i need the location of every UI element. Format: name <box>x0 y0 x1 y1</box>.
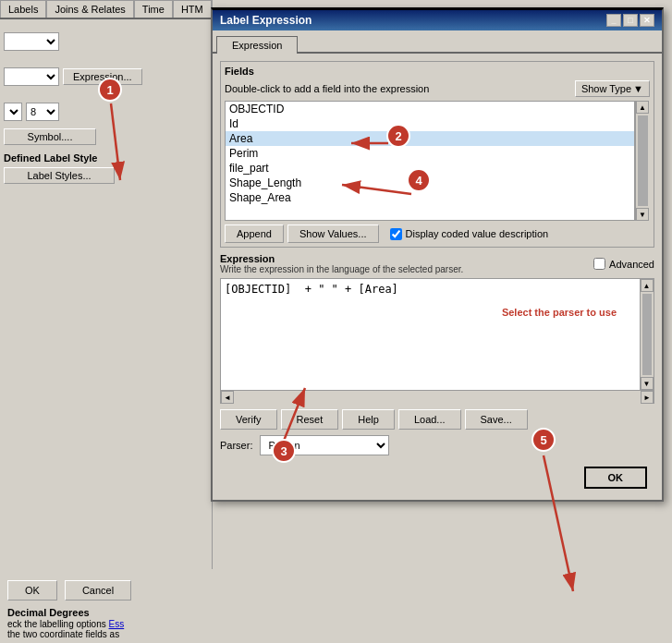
fields-list[interactable]: OBJECTID Id Area Perim file_part Shape_L… <box>225 101 635 221</box>
bg-select-2[interactable] <box>4 67 59 86</box>
expression-header: Expression Write the expression in the l… <box>220 253 654 274</box>
dialog-tabs: Expression <box>213 30 662 54</box>
field-area[interactable]: Area <box>226 131 634 146</box>
advanced-checkbox[interactable] <box>593 258 605 270</box>
titlebar-buttons: _ □ ✕ <box>606 14 654 27</box>
dialog-bottom: OK <box>220 463 654 492</box>
dialog-body: Fields Double-click to add a field into … <box>213 54 662 500</box>
annotation-badge-1: 1 <box>98 78 122 102</box>
advanced-label: Advanced <box>609 259 654 270</box>
maximize-button[interactable]: □ <box>623 14 638 27</box>
horiz-track <box>234 391 641 404</box>
annotation-badge-2: 2 <box>386 124 410 148</box>
annotation-badge-3: 3 <box>272 439 296 463</box>
bg-select-4[interactable]: 8 <box>26 103 59 121</box>
append-button[interactable]: Append <box>225 224 284 243</box>
expression-section: Expression Write the expression in the l… <box>220 253 654 404</box>
bg-section: Expression... 8 Symbol.... Defined Label… <box>0 19 212 188</box>
tab-labels[interactable]: Labels <box>0 0 46 18</box>
load-button[interactable]: Load... <box>398 409 461 430</box>
fields-scrollbar[interactable]: ▲ ▼ <box>635 101 650 221</box>
dialog-titlebar: Label Expression _ □ ✕ <box>213 10 662 30</box>
bg-select-1[interactable] <box>4 32 59 51</box>
tab-joins[interactable]: Joins & Relates <box>46 0 133 18</box>
display-coded-row: Display coded value description <box>390 228 549 240</box>
dialog-ok-button[interactable]: OK <box>584 467 648 489</box>
close-button[interactable]: ✕ <box>640 14 654 27</box>
expression-title-area: Expression Write the expression in the l… <box>220 253 593 274</box>
bg-tabs: Labels Joins & Relates Time HTM <box>0 0 212 19</box>
expression-textarea-container: [OBJECTID] + " " + [Area] ▲ ▼ ◄ ► Select… <box>220 278 654 404</box>
advanced-checkbox-row: Advanced <box>593 258 654 270</box>
dropdown-arrow-icon: ▼ <box>633 83 643 94</box>
annotation-badge-5: 5 <box>531 428 556 452</box>
fields-bottom-row: Append Show Values... Display coded valu… <box>225 224 650 243</box>
field-id[interactable]: Id <box>226 116 634 131</box>
field-shape-area[interactable]: Shape_Area <box>226 190 634 205</box>
defined-label: Defined Label Style <box>4 152 208 164</box>
show-type-button[interactable]: Show Type ▼ <box>575 80 650 97</box>
expr-scroll-up[interactable]: ▲ <box>641 279 654 292</box>
reset-button[interactable]: Reset <box>281 409 339 430</box>
annotation-badge-4: 4 <box>407 168 431 192</box>
bg-bottom: OK Cancel Decimal Degrees eck the labell… <box>0 569 213 643</box>
main-cancel-button[interactable]: Cancel <box>65 580 131 601</box>
status-text2: the two coordinate fields as <box>7 629 205 639</box>
expr-horiz-scrollbar: ◄ ► <box>221 390 654 403</box>
save-button[interactable]: Save... <box>465 409 528 430</box>
display-coded-label: Display coded value description <box>406 228 549 239</box>
bg-select-3[interactable] <box>4 103 22 121</box>
scroll-right-btn[interactable]: ► <box>641 391 654 404</box>
show-values-button[interactable]: Show Values... <box>287 224 379 243</box>
fields-header: Double-click to add a field into the exp… <box>225 80 650 97</box>
fields-list-container: OBJECTID Id Area Perim file_part Shape_L… <box>225 101 650 221</box>
tab-expression[interactable]: Expression <box>216 36 298 54</box>
expression-textarea[interactable]: [OBJECTID] + " " + [Area] <box>221 279 640 390</box>
scroll-down-btn[interactable]: ▼ <box>636 208 649 221</box>
expression-title: Expression <box>220 253 593 264</box>
label-expression-dialog: Label Expression _ □ ✕ Expression Fields… <box>211 7 664 502</box>
expr-scroll-down[interactable]: ▼ <box>641 377 654 390</box>
expr-scrollbar[interactable]: ▲ ▼ <box>640 279 654 390</box>
scroll-up-btn[interactable]: ▲ <box>636 101 649 114</box>
verify-button[interactable]: Verify <box>220 409 277 430</box>
minimize-button[interactable]: _ <box>606 14 621 27</box>
display-coded-checkbox[interactable] <box>390 228 402 240</box>
expression-subtitle: Write the expression in the language of … <box>220 264 593 274</box>
status-text: eck the labelling options Ess <box>7 619 205 629</box>
fields-title: Fields <box>225 66 650 77</box>
label-styles-button[interactable]: Label Styles... <box>4 167 115 184</box>
tab-htm[interactable]: HTM <box>173 0 212 18</box>
field-file-part[interactable]: file_part <box>226 161 634 176</box>
ok-cancel-row: OK Cancel <box>7 580 205 601</box>
scroll-thumb[interactable] <box>638 115 648 206</box>
help-button[interactable]: Help <box>342 409 395 430</box>
field-objectid[interactable]: OBJECTID <box>226 102 634 116</box>
expr-scroll-thumb[interactable] <box>642 294 653 375</box>
tab-time[interactable]: Time <box>134 0 173 18</box>
action-buttons: Verify Reset Help Load... Save... <box>220 409 654 430</box>
field-perim[interactable]: Perim <box>226 146 634 161</box>
main-ok-button[interactable]: OK <box>7 580 57 601</box>
scroll-left-btn[interactable]: ◄ <box>221 391 234 404</box>
dialog-title: Label Expression <box>220 14 312 27</box>
fields-hint: Double-click to add a field into the exp… <box>225 83 429 94</box>
fields-section: Fields Double-click to add a field into … <box>220 61 654 248</box>
degrees-text: Decimal Degrees <box>7 607 90 618</box>
parser-label: Parser: <box>220 440 252 451</box>
symbol-button[interactable]: Symbol.... <box>4 128 96 145</box>
